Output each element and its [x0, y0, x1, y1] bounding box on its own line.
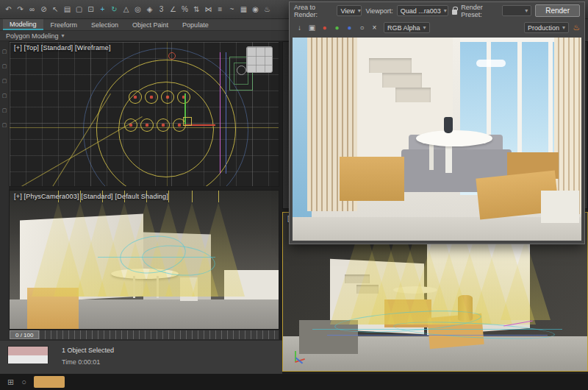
construction-axis [10, 127, 279, 128]
viewport-select-label: Viewport: [365, 7, 392, 15]
viewport-layout-tab-icon[interactable]: ▢ [2, 63, 7, 69]
clone-rendered-frame-icon[interactable]: ▣ [306, 24, 318, 32]
render-cloud [476, 60, 506, 67]
taskbar-app-icon[interactable] [34, 376, 65, 388]
production-teapot-icon[interactable]: ♨ [573, 23, 580, 32]
polygon-modeling-panel[interactable]: Polygon Modeling [6, 32, 59, 40]
angle-snap-icon[interactable]: ∠ [168, 3, 179, 16]
viewcube-icon[interactable] [246, 46, 273, 73]
viewport-select-dropdown[interactable]: Quad ...ra003 ▾ [397, 5, 448, 16]
selected-light-wireframe [327, 335, 548, 336]
tab-object-paint[interactable]: Object Paint [126, 19, 175, 30]
align-icon[interactable]: ≡ [215, 3, 226, 16]
render-table-leg [429, 143, 434, 170]
ribbon-tab-bar: ModelingFreeformSelectionObject PaintPop… [0, 19, 289, 31]
render-bench-left [340, 157, 404, 201]
render-side-table [541, 191, 579, 223]
top-viewport[interactable]: [+] [Top] [Standard] [Wireframe] [9, 41, 279, 187]
curve-editor-icon[interactable]: ~ [226, 3, 237, 16]
render-channel-icons: ↓▣●●●○× [294, 24, 380, 32]
render-wood-slat-right [554, 38, 581, 214]
undo-icon[interactable]: ↶ [3, 3, 14, 16]
render-preset-label: Render Preset: [461, 4, 498, 18]
spinner-snap-icon[interactable]: ⇅ [191, 3, 202, 16]
select-link-icon[interactable]: ∞ [26, 3, 37, 16]
window-crossing-icon[interactable]: ⊡ [85, 3, 96, 16]
light-icon [140, 118, 154, 132]
rendered-frame-window[interactable]: Area to Render: View ▾ Viewport: Quad ..… [289, 1, 585, 244]
gizmo-plane-handle[interactable] [183, 117, 192, 126]
chevron-down-icon: ▾ [525, 7, 528, 14]
save-image-icon[interactable]: ↓ [294, 24, 305, 32]
light-icon [157, 118, 170, 132]
channel-display-value: RGB Alpha [387, 24, 420, 32]
rendered-image [293, 38, 581, 241]
light-hanger-line [218, 191, 219, 202]
render-preset-dropdown[interactable]: ▾ [502, 5, 531, 16]
ribbon-panel-row: Polygon Modeling ▾ [0, 31, 289, 41]
timeline[interactable]: 0 / 100 [9, 330, 279, 340]
viewport-layout-tab-icon[interactable]: ▢ [2, 49, 7, 54]
redo-icon[interactable]: ↷ [15, 3, 26, 16]
material-editor-icon[interactable]: ◉ [250, 3, 261, 16]
light-icon [161, 91, 174, 104]
taskbar: ⊞ ○ [0, 374, 588, 390]
selection-status: 1 Object Selected [62, 347, 114, 354]
channel-display-dropdown[interactable]: RGB Alpha ▾ [384, 22, 430, 33]
render-button[interactable]: Render [535, 4, 580, 17]
viewport-label[interactable]: [+] [PhysCamera003] [Standard] [Default … [14, 193, 168, 200]
snap-toggle-icon[interactable]: 3 [156, 3, 167, 16]
viewport-layout-tab-icon[interactable]: ▢ [2, 122, 7, 128]
unlink-icon[interactable]: ⊘ [38, 3, 49, 16]
viewport-layout-tab-icon[interactable]: ▢ [2, 107, 7, 113]
render-setup-icon[interactable]: ♨ [262, 3, 273, 16]
tab-freeform[interactable]: Freeform [44, 19, 85, 30]
render-vase [444, 117, 453, 133]
camera-viewport[interactable]: [+] [PhysCamera003] [Standard] [Default … [9, 190, 279, 330]
render-niche-step [382, 73, 422, 88]
search-icon[interactable]: ○ [21, 377, 26, 386]
blue-channel-icon[interactable]: ● [344, 24, 355, 32]
light-icon [129, 91, 142, 104]
tab-selection[interactable]: Selection [85, 19, 125, 30]
viewport-label[interactable]: [+] [Top] [Standard] [Wireframe] [14, 44, 111, 52]
time-slider-handle[interactable]: 0 / 100 [10, 330, 39, 339]
chevron-down-icon: ▾ [423, 24, 426, 31]
select-object-icon[interactable]: ↖ [50, 3, 61, 16]
green-channel-icon[interactable]: ● [331, 24, 343, 32]
track-bar[interactable] [39, 330, 279, 339]
render-toolbar-row-1: Area to Render: View ▾ Viewport: Quad ..… [290, 2, 584, 19]
use-center-icon[interactable]: ◎ [132, 3, 143, 16]
render-niche-step [395, 88, 431, 102]
construction-axis [167, 42, 168, 186]
selection-region-icon[interactable]: ▢ [74, 3, 85, 16]
select-move-icon[interactable]: + [97, 3, 108, 16]
select-manipulate-icon[interactable]: ◈ [144, 3, 155, 16]
viewport-layout-tab-icon[interactable]: ▢ [2, 93, 7, 99]
viewport-layout-tab-icon[interactable]: ▢ [2, 78, 7, 84]
light-icon [145, 91, 158, 104]
render-table-top [416, 130, 492, 146]
select-scale-icon[interactable]: △ [121, 3, 132, 16]
status-bar: 1 Object Selected Time 0:00:01 [0, 340, 282, 374]
maxscript-mini-listener[interactable] [7, 346, 49, 364]
tab-populate[interactable]: Populate [176, 19, 215, 30]
red-channel-icon[interactable]: ● [319, 24, 330, 32]
lock-icon[interactable] [452, 10, 458, 15]
area-to-render-label: Area to Render: [294, 4, 333, 18]
alpha-channel-icon[interactable]: ○ [356, 24, 368, 32]
tab-modeling[interactable]: Modeling [3, 19, 43, 30]
viewcube-ring-icon[interactable] [237, 65, 246, 75]
percent-snap-icon[interactable]: % [179, 3, 190, 16]
start-icon[interactable]: ⊞ [7, 377, 14, 387]
clear-rendered-frame-icon[interactable]: × [369, 24, 380, 32]
chevron-down-icon: ▾ [444, 7, 447, 14]
render-mode-dropdown[interactable]: Production ▾ [524, 22, 569, 33]
area-to-render-dropdown[interactable]: View ▾ [337, 5, 362, 16]
schematic-view-icon[interactable]: ▦ [238, 3, 249, 16]
select-rotate-icon[interactable]: ↻ [109, 3, 120, 16]
select-by-name-icon[interactable]: ▤ [62, 3, 73, 16]
time-display: Time 0:00:01 [62, 358, 100, 366]
mirror-icon[interactable]: ⋈ [203, 3, 214, 16]
light-hanger-line [168, 191, 169, 202]
